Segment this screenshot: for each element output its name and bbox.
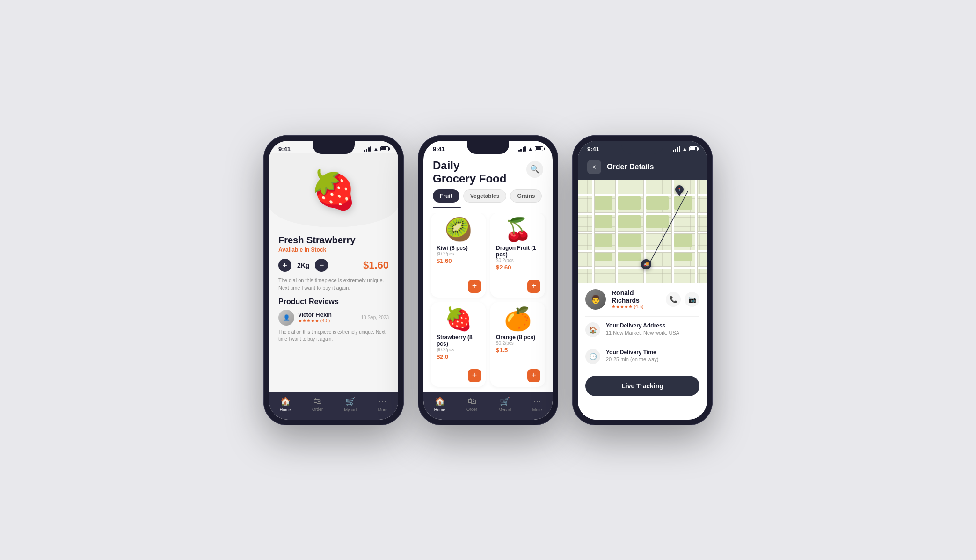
nav-more-2[interactable]: ⋯ More — [532, 396, 542, 412]
destination-pin: 📍 — [675, 185, 684, 194]
call-button[interactable]: 📞 — [666, 292, 681, 307]
message-button[interactable]: 📷 — [685, 292, 699, 307]
driver-row: 👨 Ronald Richards ★★★★★ (4.5) 📞 📷 — [585, 289, 699, 317]
orange-name: Orange (8 pcs) — [496, 334, 539, 341]
live-tracking-button[interactable]: Live Tracking — [585, 376, 699, 396]
tab-vegetables[interactable]: Vegetables — [463, 189, 507, 203]
kiwi-price: $1.60 — [437, 257, 480, 264]
time-value: 20-25 min (on the way) — [606, 356, 659, 362]
signal-icon-2 — [518, 146, 526, 152]
signal-icon-3 — [673, 146, 681, 152]
kiwi-image: 🥝 — [437, 218, 480, 241]
reviews-title: Product Reviews — [278, 298, 389, 306]
order-details-header: < Order Details — [578, 154, 707, 180]
reviewer-name: Victor Flexin — [298, 312, 332, 318]
dragon-fruit-name: Dragon Fruit (1 pcs) — [496, 245, 539, 258]
strawberry-unit: $0.2/pcs — [437, 347, 480, 352]
address-value: 11 New Market, New work, USA — [606, 330, 679, 335]
product-price: $1.60 — [363, 259, 389, 271]
map-area: 📍 🚚 — [578, 180, 707, 283]
product-dragon-fruit: 🍒 Dragon Fruit (1 pcs) $0.2/pcs $2.60 + — [490, 213, 545, 298]
address-label: Your Delivery Address — [606, 322, 679, 329]
kiwi-add-button[interactable]: + — [468, 280, 481, 293]
driver-avatar: 👨 — [585, 289, 606, 310]
back-button[interactable]: < — [587, 160, 601, 174]
nav-more-1[interactable]: ⋯ More — [378, 396, 388, 412]
nav-order-2[interactable]: 🛍 Order — [466, 396, 477, 412]
phone-3: 9:41 ▲ < Order Details — [572, 135, 713, 425]
grocery-header: DailyGrocery Food 🔍 — [423, 153, 553, 190]
dragon-fruit-price: $2.60 — [496, 264, 539, 271]
status-time-1: 9:41 — [278, 145, 291, 153]
contact-buttons: 📞 📷 — [666, 292, 699, 307]
tab-underline — [433, 207, 461, 208]
home-icon-2: 🏠 — [435, 396, 445, 407]
nav-home-1[interactable]: 🏠 Home — [280, 396, 291, 412]
time-label: Your Delivery Time — [606, 349, 659, 356]
wifi-icon-3: ▲ — [682, 146, 687, 152]
address-icon: 🏠 — [585, 322, 600, 337]
phone-2: 9:41 ▲ DailyGrocery Food 🔍 — [418, 135, 558, 425]
bottom-nav-2: 🏠 Home 🛍 Order 🛒 Mycart ⋯ More — [423, 392, 553, 420]
status-icons-3: ▲ — [673, 146, 698, 152]
product-availability: Available in Stock — [278, 247, 389, 253]
delivery-time-row: 🕐 Your Delivery Time 20-25 min (on the w… — [585, 343, 699, 370]
tab-grains[interactable]: Grains — [510, 189, 542, 203]
nav-cart-label-1: Mycart — [344, 407, 357, 412]
nav-order-label-1: Order — [312, 407, 323, 412]
phone-2-screen: 9:41 ▲ DailyGrocery Food 🔍 — [423, 141, 553, 420]
delivery-address-row: 🏠 Your Delivery Address 11 New Market, N… — [585, 317, 699, 343]
cart-icon-2: 🛒 — [500, 396, 510, 407]
cart-icon-1: 🛒 — [345, 396, 356, 407]
reviewer-stars: ★★★★★ (4.5) — [298, 318, 332, 323]
phones-container: 9:41 ▲ 🍓 Fresh Strawberry — [263, 135, 713, 425]
status-time-3: 9:41 — [587, 145, 599, 153]
products-grid: 🥝 Kiwi (8 pcs) $0.2/pcs $1.60 + 🍒 Dragon… — [423, 213, 553, 391]
search-button[interactable]: 🔍 — [526, 161, 543, 178]
nav-order-label-2: Order — [466, 407, 477, 412]
order-details-title: Order Details — [607, 163, 654, 171]
tab-fruit[interactable]: Fruit — [433, 189, 459, 203]
search-icon: 🔍 — [530, 165, 539, 174]
quantity-decrease-button[interactable]: + — [278, 259, 291, 272]
strawberry-price: $2.0 — [437, 353, 480, 360]
status-icons-2: ▲ — [518, 146, 543, 152]
svg-line-0 — [650, 191, 688, 262]
orange-add-button[interactable]: + — [527, 369, 540, 382]
driver-rating: ★★★★★ (4.5) — [612, 304, 660, 309]
current-location-pin: 🚚 — [641, 259, 651, 269]
home-icon-1: 🏠 — [280, 396, 291, 407]
strawberry-image: 🍓 — [310, 171, 357, 209]
review-header: 👤 Victor Flexin ★★★★★ (4.5) 18 Sep, 2023 — [278, 310, 389, 326]
product-strawberry: 🍓 Strawberry (8 pcs) $0.2/pcs $2.0 + — [431, 302, 486, 387]
notch-2 — [467, 141, 509, 154]
order-icon-2: 🛍 — [468, 396, 476, 406]
grocery-title: DailyGrocery Food — [433, 159, 506, 186]
orange-price: $1.5 — [496, 347, 539, 354]
nav-order-1[interactable]: 🛍 Order — [312, 396, 323, 412]
dragon-fruit-add-button[interactable]: + — [527, 280, 540, 293]
nav-home-2[interactable]: 🏠 Home — [434, 396, 445, 412]
strawberry-add-button[interactable]: + — [468, 369, 481, 382]
product-description: The dial on this timepiece is extremely … — [278, 276, 389, 292]
more-icon-1: ⋯ — [379, 396, 387, 407]
reviewer-info: 👤 Victor Flexin ★★★★★ (4.5) — [278, 310, 332, 326]
quantity-increase-button[interactable]: − — [315, 259, 328, 272]
kiwi-unit: $0.2/pcs — [437, 251, 480, 256]
nav-cart-1[interactable]: 🛒 Mycart — [344, 396, 357, 412]
reviewer-avatar: 👤 — [278, 310, 294, 326]
status-icons-1: ▲ — [364, 146, 389, 152]
wifi-icon-2: ▲ — [528, 146, 533, 152]
strawberry-image-2: 🍓 — [437, 308, 480, 330]
category-tabs: Fruit Vegetables Grains — [423, 189, 553, 207]
battery-icon-3 — [689, 146, 698, 151]
signal-icon-1 — [364, 146, 372, 152]
nav-cart-2[interactable]: 🛒 Mycart — [498, 396, 511, 412]
phone-3-screen: 9:41 ▲ < Order Details — [578, 141, 707, 420]
product-content: Fresh Strawberry Available in Stock + 2K… — [269, 227, 398, 392]
nav-home-label-2: Home — [434, 407, 445, 412]
time-icon: 🕐 — [585, 349, 600, 364]
more-icon-2: ⋯ — [533, 396, 541, 407]
product-name: Fresh Strawberry — [278, 235, 389, 246]
product-hero: 🍓 — [269, 153, 398, 227]
